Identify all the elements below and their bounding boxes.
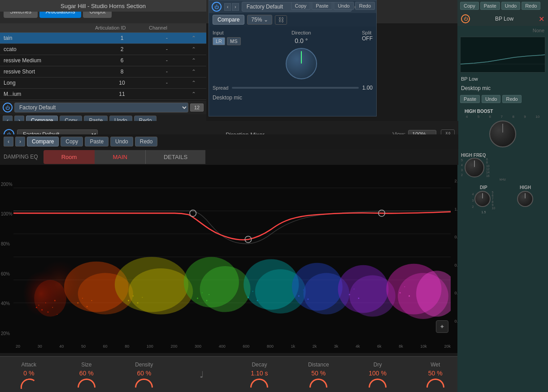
svg-point-25 [38,305,39,306]
attack-knob-arc[interactable] [19,377,39,389]
tab-main[interactable]: MAIN [95,150,146,164]
density-value: 60 % [137,370,151,377]
copy-btn-top[interactable]: Copy [291,2,311,10]
row-arrow-btn[interactable]: ⌃ [185,57,203,64]
density-knob-arc[interactable] [135,379,153,388]
prev-btn-top[interactable]: ‹ [224,3,231,11]
table-row[interactable]: ccato 2 - ⌃ [0,44,206,55]
dry-knob-arc[interactable] [369,379,387,388]
tab-room[interactable]: Room [43,150,95,164]
link-btn-top[interactable]: ⛓ [275,15,287,25]
table-row[interactable]: Long 10 - ⌃ [0,78,206,89]
x-label: 60 [103,344,108,349]
tab-details[interactable]: DETAILS [146,150,205,164]
undo-btn-top[interactable]: Undo [334,2,353,10]
paste-btn-right2[interactable]: Paste [460,95,480,103]
lr-btn[interactable]: LR [213,37,225,45]
redo-btn-right[interactable]: Redo [522,2,540,10]
x-label: 200 [170,344,177,349]
redo-btn-main[interactable]: Redo [135,137,158,146]
x-label: 100 [147,344,153,349]
table-row[interactable]: tain 1 - ⌃ [0,33,206,44]
undo-btn-right[interactable]: Undo [501,2,520,10]
y-label-40: 40% [1,301,13,306]
undo-btn-main[interactable]: Undo [110,137,133,146]
dip-with-scale: 4 3 2 5 6 7 8 9 10 [472,191,496,210]
compare-btn-main[interactable]: Compare [27,137,59,146]
power-btn-right[interactable]: ⏻ [461,14,470,23]
spread-bar[interactable] [232,87,358,89]
high-freq-section: HIGH FREQ 5 4 3 2 6 8 10 12 14 16 kHz [457,151,548,183]
table-row[interactable]: ressive Medium 6 - ⌃ [0,55,206,66]
attack-value: 0 % [23,370,34,377]
dip-knob[interactable] [474,191,491,207]
ms-btn[interactable]: MS [227,37,241,45]
table-row[interactable]: M...ium 11 ⌃ [0,89,206,100]
note-icon[interactable]: ♩ [193,366,211,383]
x-label: 40 [59,344,64,349]
input-buttons: LR MS [213,37,241,45]
table-row[interactable]: ressive Short 8 - ⌃ [0,66,206,78]
power-btn-top[interactable]: ⏻ [212,2,222,12]
y-label-60: 60% [1,271,13,276]
dry-value: 100 % [369,370,387,377]
row-arrow-btn[interactable]: ⌃ [185,35,203,41]
compare-btn-top[interactable]: Compare [213,15,244,25]
redo-btn-top[interactable]: Redo [355,2,375,10]
copy-btn-right[interactable]: Copy [460,2,479,10]
redo-btn-right2[interactable]: Redo [502,95,521,103]
copy-btn-main[interactable]: Copy [61,137,83,146]
close-btn-right[interactable]: ✕ [539,15,544,23]
dry-label: Dry [374,362,382,368]
paste-btn-main[interactable]: Paste [85,137,109,146]
direction-value: 0.0 ° [295,37,308,44]
preset-dropdown-left[interactable]: Factory Default [14,103,188,112]
x-label: 30 [38,344,42,349]
high-freq-knob[interactable] [465,158,484,177]
table-header: Articulation ID Channel [0,23,206,33]
distance-knob-arc[interactable] [309,379,327,388]
x-label: 1k [291,344,296,349]
zoom-control-top: 75% ⌄ [247,15,272,25]
sparkle-btn[interactable]: ✦ [436,320,448,333]
desktop-mic-label: Desktop mic [209,93,376,103]
hf-left-scale: 5 4 3 2 [461,158,463,177]
eq-canvas: 200% 100% 80% 60% 40% 20% [0,165,464,353]
high-boost-knob[interactable] [489,121,516,147]
row-arrow-btn[interactable]: ⌃ [185,46,203,52]
paste-btn-top[interactable]: Paste [312,2,332,10]
spread-section: Spread 1.00 [209,83,376,93]
svg-point-41 [202,292,203,293]
svg-point-42 [206,300,208,301]
hf-right-scale: 6 8 10 12 14 16 [486,158,490,177]
bp-low-label: BP Low [457,74,548,83]
wet-knob-arc[interactable] [426,379,444,388]
size-label: Size [81,362,91,368]
decay-knob-arc[interactable] [250,379,268,388]
param-dry: Dry 100 % [369,362,387,388]
main-toolbar-row: ‹ › Compare Copy Paste Undo Redo [0,134,458,149]
next-btn-main[interactable]: › [15,137,25,146]
power-button-left[interactable]: ⏻ [3,103,13,112]
row-channel: - [149,80,185,86]
prev-btn-main[interactable]: ‹ [4,137,13,146]
next-btn-top[interactable]: › [232,3,239,11]
knob-indicator [301,51,302,64]
size-value: 60 % [79,370,94,377]
row-arrow-btn[interactable]: ⌃ [185,80,203,86]
svg-point-29 [52,307,53,308]
row-name: tain [4,35,95,41]
high-knob[interactable] [517,191,533,207]
y-axis-labels: 200% 100% 80% 60% 40% 20% [1,165,13,353]
size-knob-arc[interactable] [78,379,96,388]
direction-knob[interactable] [286,48,317,79]
paste-btn-right[interactable]: Paste [480,2,500,10]
svg-point-50 [349,294,350,295]
hb-scale-top: 4 5 6 7 8 9 10 [461,115,544,119]
row-name: ressive Medium [4,57,95,64]
row-arrow-btn[interactable]: ⌃ [185,69,203,75]
svg-point-36 [128,300,129,301]
svg-point-49 [307,298,309,300]
row-arrow-btn[interactable]: ⌃ [185,91,203,97]
undo-btn-right2[interactable]: Undo [482,95,500,103]
